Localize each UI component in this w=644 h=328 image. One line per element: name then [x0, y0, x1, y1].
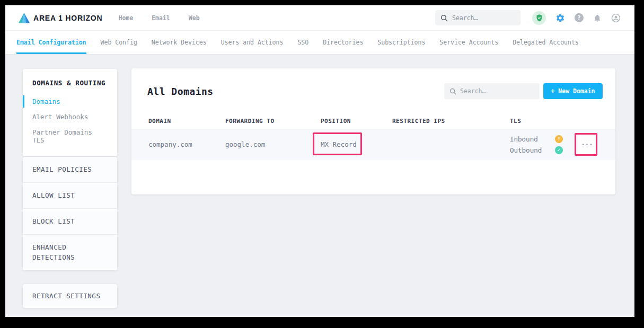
sidebar-item-enhanced-detections[interactable]: ENHANCED DETECTIONS: [23, 235, 117, 270]
sidebar-item-allow-list[interactable]: ALLOW LIST: [23, 183, 117, 209]
all-domains-header: All Domains + New Domain: [131, 68, 615, 99]
global-search-input[interactable]: [452, 14, 515, 22]
sidebar-item-domains[interactable]: Domains: [32, 94, 108, 109]
config-tabs: Email Configuration Web Config Network D…: [5, 31, 634, 55]
sidebar-item-block-list[interactable]: BLOCK LIST: [23, 209, 117, 235]
cell-actions: •••: [578, 135, 603, 154]
tab-directories[interactable]: Directories: [323, 31, 363, 54]
tls-outbound: Outbound ✓: [510, 145, 574, 155]
top-nav-email[interactable]: Email: [152, 14, 170, 22]
page-title: All Domains: [147, 86, 214, 97]
warning-icon: !: [555, 135, 563, 143]
sidebar-domains-routing-list: Domains Alert Webhooks Partner Domains T…: [32, 94, 108, 148]
tab-delegated-accounts[interactable]: Delegated Accounts: [513, 31, 579, 54]
cell-domain: company.com: [148, 140, 225, 148]
col-forwarding-to: FORWARDING TO: [225, 118, 321, 125]
top-header: AREA 1 HORIZON Home Email Web: [5, 5, 634, 31]
search-icon: [449, 88, 456, 95]
domains-table-header: DOMAIN FORWARDING TO POSITION RESTRICTED…: [131, 113, 615, 129]
domains-search[interactable]: [444, 83, 540, 99]
shield-check-icon[interactable]: [532, 11, 546, 25]
sidebar-item-retract-settings[interactable]: RETRACT SETTINGS: [23, 284, 117, 308]
top-nav: Home Email Web: [118, 14, 199, 22]
help-icon[interactable]: ?: [575, 13, 584, 22]
screenshot-root: { "colors": { "accent": "#1fb1ec", "butt…: [0, 0, 644, 328]
domains-search-input[interactable]: [460, 87, 534, 95]
logo[interactable]: AREA 1 HORIZON: [17, 12, 102, 24]
sidebar-section-title: DOMAINS & ROUTING: [32, 79, 108, 87]
sidebar-domains-routing-card: DOMAINS & ROUTING Domains Alert Webhooks…: [23, 69, 117, 156]
tls-inbound-label: Inbound: [510, 134, 538, 144]
col-position: POSITION: [321, 118, 392, 125]
tab-service-accounts[interactable]: Service Accounts: [439, 31, 498, 54]
header-icons: ?: [532, 11, 621, 25]
tls-inbound: Inbound !: [510, 134, 574, 144]
tls-outbound-label: Outbound: [510, 145, 542, 155]
tab-web-config[interactable]: Web Config: [101, 31, 137, 54]
logo-triangle-icon: [17, 12, 31, 24]
top-nav-web[interactable]: Web: [189, 14, 200, 22]
app-window: AREA 1 HORIZON Home Email Web: [5, 5, 634, 317]
tab-subscriptions[interactable]: Subscriptions: [377, 31, 425, 54]
sidebar-item-partner-domains-tls[interactable]: Partner Domains TLS: [32, 125, 108, 148]
logo-text: AREA 1 HORIZON: [33, 14, 102, 22]
all-domains-card: All Domains + New Domain DOMAIN FORWARDI…: [131, 68, 615, 194]
search-icon: [440, 14, 448, 22]
table-row[interactable]: company.com google.com MX Record Inbound…: [131, 129, 615, 160]
page-body: DOMAINS & ROUTING Domains Alert Webhooks…: [5, 55, 634, 317]
tab-email-configuration[interactable]: Email Configuration: [16, 31, 86, 54]
cell-tls: Inbound ! Outbound ✓: [510, 134, 574, 155]
check-icon: ✓: [555, 146, 563, 154]
bell-icon[interactable]: [593, 14, 602, 22]
col-domain: DOMAIN: [148, 118, 225, 125]
tab-users-and-actions[interactable]: Users and Actions: [221, 31, 284, 54]
tab-sso[interactable]: SSO: [297, 31, 308, 54]
top-nav-home[interactable]: Home: [118, 14, 133, 22]
row-more-options-button[interactable]: •••: [578, 135, 597, 154]
sidebar-item-alert-webhooks[interactable]: Alert Webhooks: [32, 109, 108, 125]
gear-icon[interactable]: [555, 13, 565, 23]
col-restricted-ips: RESTRICTED IPS: [392, 118, 510, 125]
col-tls: TLS: [510, 118, 574, 125]
user-icon[interactable]: [611, 13, 621, 23]
cell-position: MX Record: [321, 140, 392, 148]
new-domain-button[interactable]: + New Domain: [543, 83, 603, 99]
sidebar-sections-card: EMAIL POLICIES ALLOW LIST BLOCK LIST ENH…: [23, 157, 117, 270]
sidebar-item-email-policies[interactable]: EMAIL POLICIES: [23, 157, 117, 183]
global-search[interactable]: [435, 10, 521, 25]
cell-forwarding-to: google.com: [225, 140, 321, 148]
tab-network-devices[interactable]: Network Devices: [152, 31, 207, 54]
